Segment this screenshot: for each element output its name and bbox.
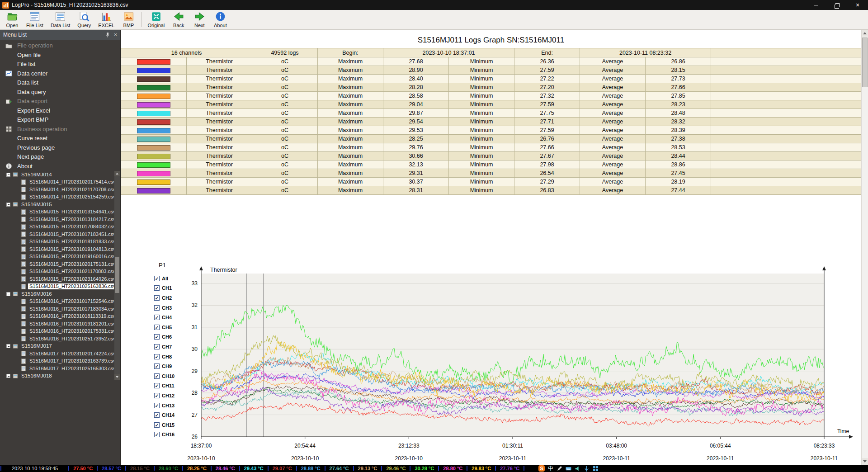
avg-value-cell: 27.73 — [646, 75, 711, 83]
scroll-down-icon[interactable] — [114, 374, 120, 380]
scroll-up-icon[interactable] — [114, 171, 120, 176]
tree-file[interactable]: S1516MJ015_HT20231013154941.csv — [0, 208, 114, 216]
query-button[interactable]: Query — [74, 10, 94, 29]
tree-group-s1516mj015[interactable]: S1516MJ015 — [0, 201, 114, 208]
checkbox-checked-icon: ✓ — [154, 373, 160, 379]
statusbar-divider — [325, 466, 326, 471]
main-scrollbar[interactable] — [861, 30, 868, 465]
tree-file[interactable]: S1516MJ015_HT20231019104813.csv — [0, 245, 114, 253]
menu-item-data-list[interactable]: Data list — [0, 78, 120, 88]
menu-item-label: Data query — [17, 89, 46, 95]
statusbar-reading-ch1: 27.50 °C — [70, 466, 96, 471]
collapse-icon[interactable] — [6, 374, 10, 378]
menu-item-business-operation[interactable]: Business operation — [0, 125, 120, 134]
menu-item-data-center[interactable]: Data center — [0, 69, 120, 79]
unit-cell: oC — [252, 57, 318, 66]
scroll-up-icon[interactable] — [862, 30, 868, 37]
menu-item-data-export[interactable]: Data export — [0, 97, 120, 106]
app-icon — [2, 2, 9, 9]
excel-button[interactable]: EXCEL — [94, 10, 118, 29]
tree-file[interactable]: S1516MJ015_HT20231013184217.csv — [0, 216, 114, 223]
open-button[interactable]: Open — [2, 10, 23, 29]
statusbar: 2023-10-10 19:58:4527.50 °C28.57 °C28.15… — [0, 465, 868, 472]
tree-file[interactable]: S1516MJ014_HT20231025154259.csv — [0, 194, 114, 201]
menu-item-data-query[interactable]: Data query — [0, 88, 120, 97]
tree-file[interactable]: S1516MJ015_HT20231021170803.csv — [0, 268, 114, 276]
menu-item-file-list[interactable]: File list — [0, 60, 120, 69]
tree-group-s1516mj014[interactable]: S1516MJ014 — [0, 171, 114, 179]
tree-item-label: S1516MJ015_HT20231025163836.csv — [28, 283, 114, 289]
close-button[interactable]: × — [847, 0, 868, 10]
menu-item-label: File operation — [17, 42, 53, 49]
menu-item-next-page[interactable]: Next page — [0, 152, 120, 162]
usb-icon[interactable] — [584, 466, 590, 472]
sensor-cell: Thermistor — [187, 160, 252, 169]
menu-item-label: Business operation — [17, 126, 67, 132]
minimize-button[interactable] — [806, 0, 826, 10]
back-button[interactable]: Back — [168, 10, 189, 29]
toolbar-button-label: EXCEL — [98, 23, 114, 28]
pin-icon[interactable] — [105, 32, 110, 38]
main-scrollbar-thumb[interactable] — [862, 38, 868, 87]
tree-file[interactable]: S1516MJ014_HT20231021170708.csv — [0, 186, 114, 194]
empty-cell — [711, 48, 861, 57]
menu-item-open-file[interactable]: Open file — [0, 51, 120, 60]
menu-item-export-bmp[interactable]: Export BMP — [0, 115, 120, 125]
collapse-icon[interactable] — [6, 203, 10, 207]
tree-group-s1516mj016[interactable]: S1516MJ016 — [0, 290, 114, 298]
menu-item-file-operation[interactable]: File operation — [0, 41, 120, 51]
menu-list: File operationOpen fileFile listData cen… — [0, 40, 120, 171]
tree-file[interactable]: S1516MJ016_HT20231019181201.csv — [0, 320, 114, 328]
sensor-cell: Thermistor — [187, 118, 252, 126]
scroll-down-icon[interactable] — [862, 458, 868, 465]
tree-file[interactable]: S1516MJ015_HT20231023164926.csv — [0, 275, 114, 283]
data-list-button[interactable]: Data List — [47, 10, 74, 29]
file-list-button[interactable]: File List — [23, 10, 47, 29]
tree-group-s1516mj018[interactable]: S1516MJ018 — [0, 373, 114, 380]
tree-file[interactable]: S1516MJ015_HT20231017183451.csv — [0, 231, 114, 238]
tree-group-s1516mj017[interactable]: S1516MJ017 — [0, 343, 114, 350]
checkbox-checked-icon: ✓ — [154, 295, 160, 301]
speaker-icon[interactable] — [575, 466, 580, 472]
collapse-icon[interactable] — [6, 173, 10, 177]
tree-file[interactable]: S1516MJ016_HT20231025173952.csv — [0, 335, 114, 343]
maximize-button[interactable] — [826, 0, 847, 10]
tree-file[interactable]: S1516MJ017_HT20231020174224.csv — [0, 350, 114, 358]
tree-file[interactable]: S1516MJ015_HT20231017084032.csv — [0, 223, 114, 231]
close-panel-icon[interactable]: × — [114, 32, 117, 38]
tree-file[interactable]: S1516MJ015_HT20231025163836.csv — [0, 283, 114, 291]
tree-file[interactable]: S1516MJ015_HT20231019160016.csv — [0, 253, 114, 261]
tree-file[interactable]: S1516MJ016_HT20231017152546.csv — [0, 298, 114, 306]
original-button[interactable]: Original — [144, 10, 168, 29]
about-button[interactable]: About — [210, 10, 231, 29]
keyboard-icon[interactable] — [566, 466, 571, 472]
handwriting-icon[interactable] — [557, 466, 562, 472]
bmp-button[interactable]: BMP — [118, 10, 139, 29]
tree-file[interactable]: S1516MJ017_HT20231025165303.csv — [0, 365, 114, 373]
channel-color-cell — [121, 186, 187, 195]
menu-item-previous-page[interactable]: Previous page — [0, 143, 120, 153]
ime-icon[interactable]: S — [538, 465, 545, 472]
tree-scrollbar[interactable] — [114, 171, 120, 380]
language-indicator[interactable]: 中 — [548, 465, 553, 472]
collapse-icon[interactable] — [6, 292, 10, 296]
menu-item-export-excel[interactable]: Export Excel — [0, 106, 120, 116]
tree-file[interactable]: S1516MJ017_HT20231023163739.csv — [0, 358, 114, 365]
menu-item-curve-reset[interactable]: Curve reset — [0, 134, 120, 143]
menu-item-about[interactable]: About — [0, 162, 120, 171]
restore-icon — [835, 3, 840, 7]
tree-file[interactable]: S1516MJ016_HT20231020175331.csv — [0, 328, 114, 335]
collapse-icon[interactable] — [6, 344, 10, 348]
tree-file[interactable]: S1516MJ015_HT20231020175131.csv — [0, 260, 114, 268]
grid-icon[interactable] — [593, 466, 599, 472]
tree-scrollbar-thumb[interactable] — [115, 257, 119, 293]
tree-file[interactable]: S1516MJ015_HT20231018181833.csv — [0, 238, 114, 246]
tree-item-label: S1516MJ018 — [20, 373, 53, 379]
unit-cell: oC — [252, 66, 318, 75]
logs-count: 49592 logs — [252, 48, 318, 57]
tree-item-label: S1516MJ015_HT20231018181833.csv — [28, 239, 114, 245]
tree-file[interactable]: S1516MJ014_HT20231020175414.csv — [0, 179, 114, 186]
next-button[interactable]: Next — [189, 10, 210, 29]
tree-file[interactable]: S1516MJ016_HT20231018113319.csv — [0, 313, 114, 321]
tree-file[interactable]: S1516MJ016_HT20231017183034.csv — [0, 305, 114, 313]
